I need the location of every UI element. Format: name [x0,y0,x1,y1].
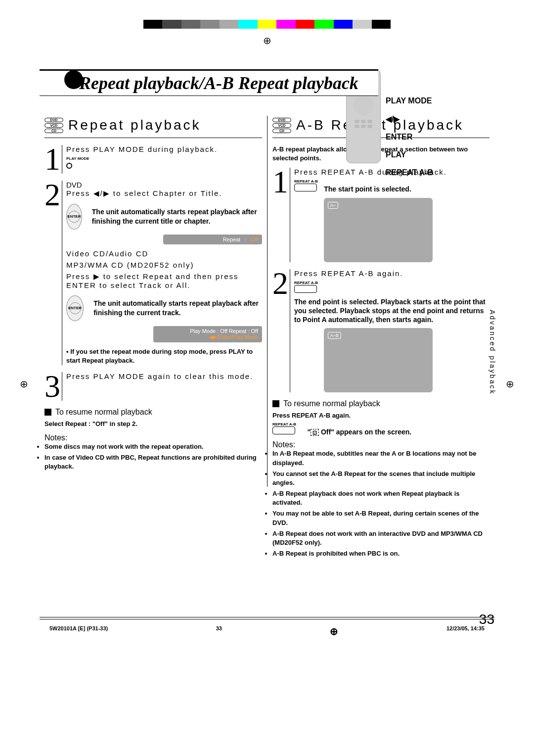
off-osd-label: Off [321,428,331,436]
left-resume-head: To resume normal playback [44,408,262,417]
reg-mark-left: ⊕ [20,378,28,390]
repeat-ab-button-icon-2 [294,285,317,293]
footer-row: 5W20101A [E] (P31-33) 33 ⊕ 12/23/05, 14:… [49,625,485,637]
reg-mark-bottom: ⊕ [330,625,338,637]
footer-timestamp: 12/23/05, 14:35 [446,625,485,637]
repeat-ab-button-icon-3 [272,426,295,434]
r-note-2: You cannot set the A-B Repeat for the sc… [272,470,490,487]
color-bar [143,20,391,29]
osd-play-mode-text: Play Mode : Off Repeat : Off [157,328,258,334]
footer-rule-1 [40,617,494,617]
title-bullet-icon [64,70,83,89]
repeat-ab-label-2: REPEAT A-B [294,281,490,285]
step2-bold: The unit automatically starts repeat pla… [92,207,262,225]
right-notes-list: In A-B Repeat mode, subtitles near the A… [272,449,490,558]
osd-screen-ab: A–B [324,328,433,392]
osd-a-marker: A– [328,202,338,209]
step-number-2: 2 [44,181,62,365]
off-appears: "⊡ Off" appears on the screen. [307,428,411,436]
dpad-icon: ENTER [66,204,82,230]
left-resume-body: Select Repeat : "Off" in step 2. [44,420,262,428]
step2-line5: Press ▶ to select Repeat and then press … [66,272,262,289]
step-number-1: 1 [44,145,62,174]
remote-callouts: PLAY MODE ◀/▶ ENTER PLAY REPEAT A-B [386,96,433,177]
dvd-badge-r: DVD [272,118,291,122]
osd-screen-a: A– [324,198,433,262]
step2-mp3-label: MP3/WMA CD (MD20F52 only) [66,261,262,269]
square-bullet-icon-r [272,400,279,407]
left-step-2: 2 DVD Press ◀/▶ to select Chapter or Tit… [44,181,262,365]
footer-page: 33 [216,625,222,637]
square-bullet-icon [44,409,51,416]
left-note-1: Some discs may not work with the repeat … [44,442,262,451]
left-step-3: 3 Press PLAY MODE again to clear this mo… [44,372,262,401]
r-step2-bold: The end point is selected. Playback star… [294,297,490,325]
vcd-badge-r: VCD [272,123,291,128]
left-column: DVD VCD CD Repeat playback 1 Press PLAY … [40,116,267,487]
repeat-ab-button-icon [294,184,317,191]
footer-doc-id: 5W20101A [E] (P31-33) [49,625,108,637]
left-resume-title: To resume normal playback [55,408,152,417]
disc-badges-right: DVD VCD CD [272,116,291,135]
play-mode-btn-label: PLAY MODE [66,156,262,161]
r-note-3: A-B Repeat playback does not work when R… [272,489,490,507]
callout-left-right: ◀/▶ [386,114,433,124]
chapter-tab: Advanced playback [488,307,497,398]
right-resume-body: Press REPEAT A-B again. [272,411,490,420]
reg-mark-right: ⊕ [506,378,514,390]
step2-dvd-label: DVD [66,181,262,189]
left-heading-row: DVD VCD CD Repeat playback [44,116,262,138]
r-note-4: You may not be able to set A-B Repeat, d… [272,509,490,527]
step2-note: • If you set the repeat mode during stop… [66,347,262,365]
osd-repeat-val: Off [251,236,258,242]
osd-play-mode: Play Mode : Off Repeat : Off ◀▶/Enter/Pl… [153,326,262,342]
right-step-2: 2 Press REPEAT A-B again. REPEAT A-B The… [272,269,490,393]
step1-text: Press PLAY MODE during playback. [66,145,262,153]
reg-mark-top: ⊕ [263,35,271,47]
footer-rule-2 [40,619,494,619]
callout-play-mode: PLAY MODE [386,96,433,105]
repeat-ab-label-1: REPEAT A-B [294,179,490,184]
step2-line2: Press ◀/▶ to select Chapter or Title. [66,189,262,198]
right-resume-head: To resume normal playback [272,399,490,408]
left-note-2: In case of Video CD with PBC, Repeat fun… [44,453,262,471]
left-notes-head: Notes: [44,433,262,442]
osd-play-mode-hint: ◀▶/Enter/Play Mode [157,334,258,340]
repeat-ab-label-3: REPEAT A-B [272,422,490,426]
vcd-badge: VCD [44,123,63,128]
osd-ab-marker: A–B [328,332,341,339]
cd-badge: CD [44,129,63,133]
right-resume-title: To resume normal playback [283,399,380,408]
left-heading: Repeat playback [68,117,201,133]
print-registration: ⊕ [0,20,534,35]
r-step-number-1: 1 [272,168,290,262]
callout-enter: ENTER [386,133,433,142]
left-step-1: 1 Press PLAY MODE during playback. PLAY … [44,145,262,174]
dvd-badge: DVD [44,118,63,122]
off-osd-icon: ⊡ [311,429,319,436]
r-step1-bold: The start point is selected. [324,185,411,193]
cd-badge-r: CD [272,129,291,133]
r-note-5: A-B Repeat does not work with an interac… [272,529,490,547]
r-step-number-2: 2 [272,269,290,393]
osd-repeat-off: Repeat : Off [163,235,262,244]
dpad-icon-2: ENTER [66,295,84,321]
manual-page: ⊕ ⊕ ⊕ Repeat playback/A-B Repeat playbac… [0,0,534,756]
r-note-6: A-B Repeat is prohibited when PBC is on. [272,549,490,558]
step-number-3: 3 [44,372,62,401]
callout-play: PLAY [386,150,433,159]
left-notes-list: Some discs may not work with the repeat … [44,442,262,472]
r-step2-text: Press REPEAT A-B again. [294,269,490,278]
step3-text: Press PLAY MODE again to clear this mode… [66,372,262,380]
osd-repeat-label: Repeat [223,236,240,242]
page-title: Repeat playback/A-B Repeat playback [40,69,378,96]
right-notes-head: Notes: [272,440,490,449]
callout-repeat-ab: REPEAT A-B [386,168,433,177]
play-mode-button-icon [66,163,72,169]
right-step-1: 1 Press REPEAT A-B during playback. REPE… [272,168,490,262]
step2-vcd-label: Video CD/Audio CD [66,249,262,258]
step2-bold2: The unit automatically starts repeat pla… [93,299,262,317]
disc-badges-left: DVD VCD CD [44,116,63,135]
r-note-1: In A-B Repeat mode, subtitles near the A… [272,449,490,467]
